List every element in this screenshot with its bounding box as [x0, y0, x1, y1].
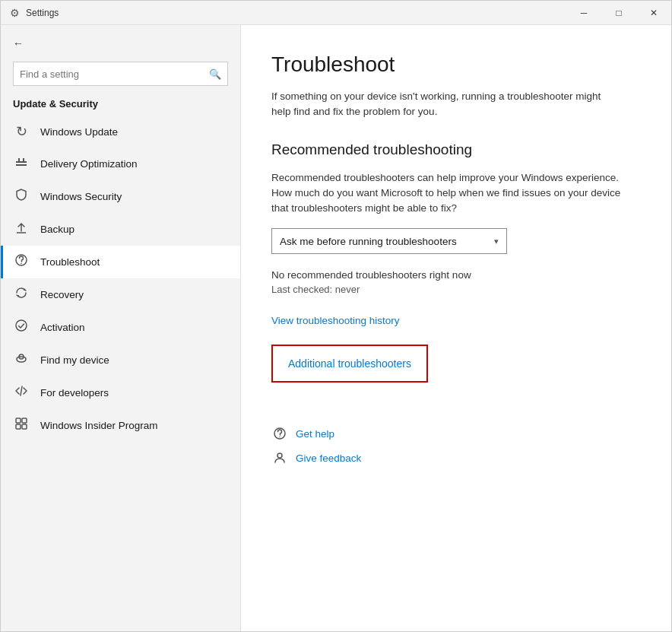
sidebar-item-recovery[interactable]: Recovery — [1, 278, 240, 311]
troubleshoot-dropdown[interactable]: Ask me before running troubleshooters ▾ — [271, 228, 507, 254]
developers-icon — [13, 384, 30, 402]
svg-rect-1 — [18, 158, 20, 163]
windows-security-icon — [13, 188, 30, 205]
chevron-down-icon: ▾ — [494, 237, 499, 246]
recovery-icon — [13, 286, 30, 303]
sidebar-item-windows-insider[interactable]: Windows Insider Program — [1, 409, 240, 442]
page-title: Troubleshoot — [271, 52, 641, 77]
settings-app-icon: ⚙ — [10, 7, 20, 19]
additional-troubleshooters-link[interactable]: Additional troubleshooters — [288, 357, 411, 370]
svg-point-14 — [279, 437, 280, 437]
svg-point-15 — [277, 453, 282, 458]
title-bar: ⚙ Settings ─ □ ✕ — [1, 1, 671, 25]
recommended-desc: Recommended troubleshooters can help imp… — [271, 170, 621, 217]
get-help-icon — [271, 425, 288, 442]
svg-rect-2 — [23, 158, 24, 163]
get-help-link[interactable]: Get help — [296, 428, 334, 440]
troubleshoot-icon — [13, 253, 30, 271]
sidebar-item-delivery-optimization[interactable]: Delivery Optimization — [1, 148, 240, 180]
get-help-item[interactable]: Get help — [271, 425, 641, 442]
sidebar-item-label: Backup — [40, 224, 74, 235]
sidebar-item-label: Troubleshoot — [40, 256, 100, 268]
intro-text: If something on your device isn't workin… — [271, 89, 621, 120]
sidebar-item-label: Activation — [40, 322, 85, 333]
sidebar-item-label: Delivery Optimization — [40, 158, 138, 170]
section-heading: Recommended troubleshooting — [271, 141, 641, 158]
main-content: Troubleshoot If something on your device… — [241, 25, 671, 631]
sidebar-item-windows-update[interactable]: ↻ Windows Update — [1, 116, 240, 148]
windows-update-icon: ↻ — [13, 123, 30, 140]
section-label: Update & Security — [1, 95, 240, 116]
svg-rect-12 — [22, 424, 27, 429]
title-bar-left: ⚙ Settings — [10, 7, 59, 19]
windows-insider-icon — [13, 417, 30, 434]
sidebar-item-windows-security[interactable]: Windows Security — [1, 180, 240, 213]
sidebar-item-label: Windows Insider Program — [40, 420, 158, 431]
svg-rect-11 — [16, 424, 21, 429]
sidebar-item-for-developers[interactable]: For developers — [1, 376, 240, 409]
svg-rect-0 — [16, 161, 27, 163]
svg-point-5 — [21, 263, 22, 265]
sidebar-item-activation[interactable]: Activation — [1, 311, 240, 344]
give-feedback-item[interactable]: Give feedback — [271, 449, 641, 466]
delivery-optimization-icon — [13, 155, 30, 173]
back-arrow-icon: ← — [13, 37, 24, 49]
status-text: No recommended troubleshooters right now — [271, 269, 641, 281]
sidebar-item-label: Windows Security — [40, 191, 122, 202]
give-feedback-icon — [271, 449, 288, 466]
search-icon: 🔍 — [209, 68, 221, 80]
settings-window: ⚙ Settings ─ □ ✕ ← 🔍 Update & Security ↻… — [0, 0, 672, 632]
title-bar-controls: ─ □ ✕ — [566, 1, 671, 25]
give-feedback-link[interactable]: Give feedback — [296, 453, 361, 464]
svg-rect-10 — [22, 418, 27, 423]
sidebar-item-find-device[interactable]: Find my device — [1, 344, 240, 376]
close-button[interactable]: ✕ — [636, 1, 671, 25]
view-history-link[interactable]: View troubleshooting history — [271, 315, 400, 326]
sidebar-item-label: Recovery — [40, 289, 84, 300]
svg-rect-9 — [16, 418, 21, 423]
sidebar-item-troubleshoot[interactable]: Troubleshoot — [1, 246, 240, 278]
find-device-icon — [13, 351, 30, 369]
last-checked-text: Last checked: never — [271, 284, 641, 295]
activation-icon — [13, 319, 30, 336]
sidebar-item-backup[interactable]: Backup — [1, 213, 240, 246]
sidebar-item-label: Find my device — [40, 354, 109, 366]
dropdown-value: Ask me before running troubleshooters — [280, 236, 457, 247]
additional-troubleshooters-box: Additional troubleshooters — [271, 345, 428, 383]
maximize-button[interactable]: □ — [601, 1, 636, 25]
search-input[interactable] — [20, 68, 209, 80]
search-box[interactable]: 🔍 — [13, 62, 228, 86]
svg-line-8 — [21, 386, 22, 395]
title-bar-text: Settings — [26, 8, 59, 18]
sidebar-item-label: Windows Update — [40, 126, 118, 138]
back-button[interactable]: ← — [1, 31, 240, 56]
svg-point-6 — [16, 320, 27, 331]
help-links: Get help Give feedback — [271, 425, 641, 466]
minimize-button[interactable]: ─ — [566, 1, 601, 25]
svg-rect-3 — [16, 164, 27, 166]
sidebar-item-label: For developers — [40, 387, 109, 399]
backup-icon — [13, 221, 30, 238]
content-area: ← 🔍 Update & Security ↻ Windows Update D… — [1, 25, 671, 631]
sidebar: ← 🔍 Update & Security ↻ Windows Update D… — [1, 25, 241, 631]
